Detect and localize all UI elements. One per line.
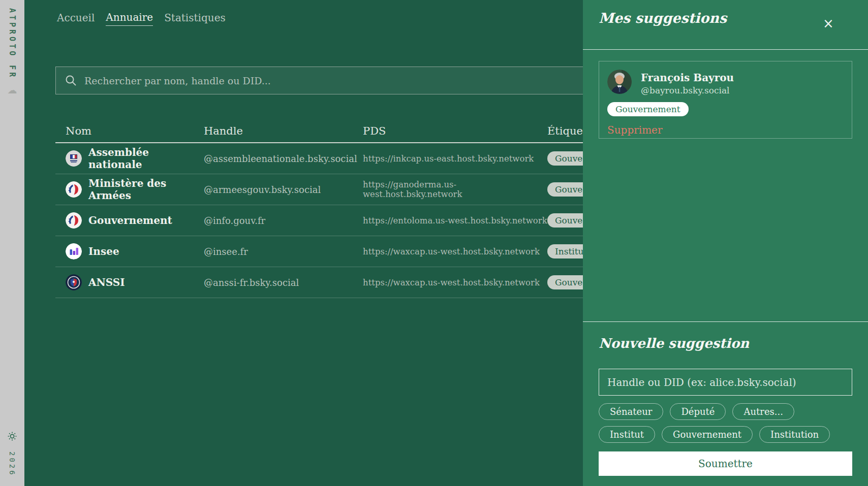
search-icon <box>65 75 77 86</box>
row-pds: https://entoloma.us-west.host.bsky.netwo… <box>363 216 547 225</box>
insee-avatar <box>66 243 82 260</box>
row-handle: @insee.fr <box>204 246 363 257</box>
theme-toggle-button[interactable] <box>5 429 19 443</box>
bayrou-avatar <box>607 70 632 94</box>
row-name: Assemblée nationale <box>88 146 204 171</box>
row-name: Gouvernement <box>88 214 172 226</box>
row-name: ANSSI <box>88 276 125 288</box>
column-header-pds: PDS <box>363 125 547 137</box>
close-panel-button[interactable]: × <box>820 15 836 31</box>
cloud-icon: ☁ <box>8 84 17 95</box>
year-label: 2026 <box>8 451 16 477</box>
column-header-nom: Nom <box>55 125 204 137</box>
nav-item-statistiques[interactable]: Statistiques <box>164 11 226 26</box>
panel-divider <box>583 49 868 50</box>
row-handle: @info.gouv.fr <box>204 215 363 226</box>
assemblee-nationale-avatar <box>66 150 82 167</box>
marianne-avatar <box>66 181 82 198</box>
new-suggestion-section: Nouvelle suggestion SénateurDéputéAutres… <box>583 321 868 486</box>
row-pds: https://waxcap.us-west.host.bsky.network <box>363 247 547 256</box>
panel-title: Mes suggestions <box>599 10 727 26</box>
column-header-handle: Handle <box>204 125 363 137</box>
category-chips: SénateurDéputéAutres...InstitutGouvernem… <box>599 403 852 443</box>
handle-did-input[interactable] <box>599 369 852 396</box>
row-pds: https://waxcap.us-west.host.bsky.network <box>363 278 547 287</box>
suggestion-label-badge: Gouvernement <box>607 102 689 116</box>
suggestion-card: François Bayrou @bayrou.bsky.social Gouv… <box>599 61 852 139</box>
remove-suggestion-button[interactable]: Supprimer <box>607 124 663 136</box>
category-chip[interactable]: Institution <box>759 426 830 443</box>
brand-vertical-text: ATPROTO FR <box>8 8 17 79</box>
row-pds: https://inkcap.us-east.host.bsky.network <box>363 154 547 164</box>
row-name: Ministère des Armées <box>88 177 204 202</box>
search-input[interactable] <box>84 75 584 86</box>
category-chip[interactable]: Autres... <box>732 403 794 420</box>
suggestion-handle: @bayrou.bsky.social <box>641 85 734 95</box>
row-pds: https://ganoderma.us-west.host.bsky.netw… <box>363 180 547 199</box>
sidebar: ATPROTO FR ☁ 2026 <box>0 0 24 486</box>
nav-item-accueil[interactable]: Accueil <box>57 11 95 26</box>
category-chip[interactable]: Député <box>670 403 726 420</box>
row-handle: @anssi-fr.bsky.social <box>204 277 363 288</box>
category-chip[interactable]: Gouvernement <box>662 426 753 443</box>
row-handle: @armeesgouv.bsky.social <box>204 184 363 195</box>
nav-item-annuaire[interactable]: Annuaire <box>106 11 153 26</box>
row-name: Insee <box>88 245 119 257</box>
row-handle: @assembleenationale.bsky.social <box>204 153 363 164</box>
submit-button[interactable]: Soumettre <box>599 451 852 476</box>
suggestion-name: François Bayrou <box>641 72 734 84</box>
sun-icon <box>7 431 17 441</box>
category-chip[interactable]: Sénateur <box>599 403 663 420</box>
anssi-avatar <box>66 274 82 290</box>
top-nav: Accueil Annuaire Statistiques <box>57 11 226 26</box>
search-bar <box>55 67 594 94</box>
suggestions-panel: Mes suggestions × <box>583 0 868 486</box>
close-icon: × <box>823 16 834 31</box>
new-suggestion-title: Nouvelle suggestion <box>599 336 852 351</box>
marianne-avatar <box>66 212 82 229</box>
category-chip[interactable]: Institut <box>599 426 655 443</box>
